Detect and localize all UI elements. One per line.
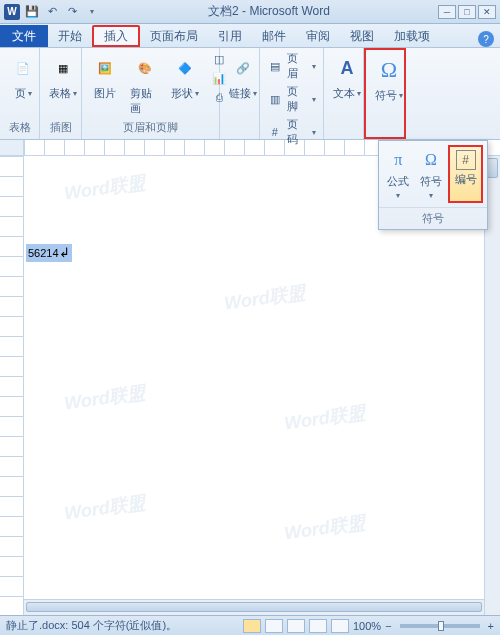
clipart-button[interactable]: 🎨 剪贴画 [126,50,164,118]
tab-layout[interactable]: 页面布局 [140,25,208,47]
tab-file[interactable]: 文件 [0,25,48,47]
footer-button[interactable]: ▥页脚▾ [264,83,319,115]
header-button[interactable]: ▤页眉▾ [264,50,319,82]
clipart-icon: 🎨 [130,52,160,84]
tab-mailings[interactable]: 邮件 [252,25,296,47]
minimize-button[interactable]: ─ [438,5,456,19]
selected-text[interactable]: 56214↲ [26,244,72,262]
group-links: 🔗 链接▾ [220,48,260,139]
link-icon: 🔗 [228,52,258,84]
zoom-slider[interactable] [400,624,480,628]
pages-button[interactable]: 📄 页▾ [4,50,42,103]
table-button[interactable]: ▦ 表格▾ [44,50,82,103]
equation-button[interactable]: π 公式 ▾ [383,145,414,203]
group-illustrations: 🖼️ 图片 🎨 剪贴画 🔷 形状▾ ◫ 📊 ⎙ 页眉和页脚 [82,48,220,139]
save-icon[interactable]: 💾 [24,4,40,20]
tab-review[interactable]: 审阅 [296,25,340,47]
view-web[interactable] [287,619,305,633]
omega-icon: Ω [374,54,404,86]
watermark: Word联盟 [283,510,367,545]
zoom-level[interactable]: 100% [353,620,381,632]
group-tables: ▦ 表格▾ 插图 [40,48,82,139]
view-print-layout[interactable] [243,619,261,633]
quick-access-toolbar: 💾 ↶ ↷ ▾ [24,4,100,20]
tab-insert[interactable]: 插入 [92,25,140,47]
tab-view[interactable]: 视图 [340,25,384,47]
maximize-button[interactable]: □ [458,5,476,19]
header-icon: ▤ [267,58,283,74]
watermark: Word联盟 [63,490,147,525]
dropdown-group-label: 符号 [379,207,487,229]
watermark: Word联盟 [63,170,147,205]
scroll-h-thumb[interactable] [26,602,482,612]
omega-small-icon: Ω [419,148,443,172]
redo-icon[interactable]: ↷ [64,4,80,20]
undo-icon[interactable]: ↶ [44,4,60,20]
symbol-dropdown-panel: π 公式 ▾ Ω 符号 ▾ # 编号 符号 [378,140,488,230]
close-button[interactable]: ✕ [478,5,496,19]
title-bar: W 💾 ↶ ↷ ▾ 文档2 - Microsoft Word ─ □ ✕ [0,0,500,24]
watermark: Word联盟 [283,400,367,435]
view-draft[interactable] [331,619,349,633]
pagenum-icon: # [267,124,283,140]
group-label-headerfooter: 页眉和页脚 [86,120,215,137]
group-label-tables: 表格 [4,120,35,137]
zoom-slider-thumb[interactable] [438,621,444,631]
pi-icon: π [386,148,410,172]
watermark: Word联盟 [63,380,147,415]
group-label-illust: 插图 [44,120,77,137]
tab-home[interactable]: 开始 [48,25,92,47]
group-pages: 📄 页▾ 表格 [0,48,40,139]
picture-button[interactable]: 🖼️ 图片 [86,50,124,103]
ribbon-insert: 📄 页▾ 表格 ▦ 表格▾ 插图 🖼️ 图片 🎨 剪贴画 🔷 [0,48,500,140]
tab-addins[interactable]: 加载项 [384,25,440,47]
group-headerfooter: ▤页眉▾ ▥页脚▾ #页码▾ [260,48,324,139]
view-fullscreen[interactable] [265,619,283,633]
table-icon: ▦ [48,52,78,84]
vertical-ruler[interactable] [0,156,24,615]
picture-icon: 🖼️ [90,52,120,84]
qat-dropdown-icon[interactable]: ▾ [84,4,100,20]
help-icon[interactable]: ? [478,31,494,47]
window-title: 文档2 - Microsoft Word [100,3,438,20]
page-icon: 📄 [8,52,38,84]
symbol-button[interactable]: Ω 符号▾ [370,52,408,105]
horizontal-scrollbar[interactable] [24,599,484,615]
zoom-out-button[interactable]: − [385,620,391,632]
footer-icon: ▥ [267,91,283,107]
group-symbols: Ω 符号▾ [364,48,406,139]
window-buttons: ─ □ ✕ [438,5,496,19]
symbol-menu-button[interactable]: Ω 符号 ▾ [416,145,447,203]
group-text: A 文本▾ [324,48,364,139]
status-bar: 静止了.docx: 504 个字符(近似值)。 100% − + [0,615,500,635]
shapes-button[interactable]: 🔷 形状▾ [166,50,204,103]
textbox-icon: A [332,52,362,84]
zoom-in-button[interactable]: + [488,620,494,632]
ruler-corner [0,140,24,155]
status-text: 静止了.docx: 504 个字符(近似值)。 [6,618,177,633]
textbox-button[interactable]: A 文本▾ [328,50,366,103]
number-icon: # [456,150,476,170]
scroll-thumb[interactable] [487,158,498,178]
hyperlink-button[interactable]: 🔗 链接▾ [224,50,262,103]
watermark: Word联盟 [223,280,307,315]
tab-references[interactable]: 引用 [208,25,252,47]
ribbon-tabs: 文件 开始 插入 页面布局 引用 邮件 审阅 视图 加载项 ? [0,24,500,48]
number-button[interactable]: # 编号 [448,145,483,203]
word-app-icon[interactable]: W [4,4,20,20]
shapes-icon: 🔷 [170,52,200,84]
pagenumber-button[interactable]: #页码▾ [264,116,319,148]
view-outline[interactable] [309,619,327,633]
